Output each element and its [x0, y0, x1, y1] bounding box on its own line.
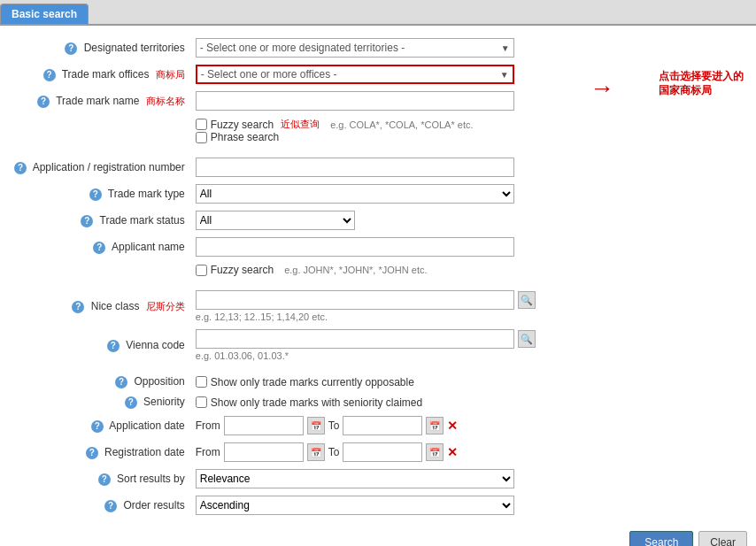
- trade-mark-offices-dropdown[interactable]: - Select one or more offices - ▼: [196, 65, 514, 84]
- vienna-code-help-icon[interactable]: ?: [107, 340, 120, 352]
- application-date-input-cell: From 📅 To 📅 ✕: [190, 412, 747, 439]
- application-date-to-input[interactable]: [343, 416, 422, 435]
- nice-class-input-cell: 🔍 e.g. 12,13; 12..15; 1,14,20 etc.: [190, 287, 747, 326]
- application-date-from-calendar-icon[interactable]: 📅: [307, 417, 325, 434]
- fuzzy-search-checkbox[interactable]: [196, 119, 207, 130]
- registration-date-label-cell: ? Registration date: [9, 439, 190, 465]
- trade-mark-offices-label-sub: 商标局: [156, 69, 185, 80]
- trade-mark-type-help-icon[interactable]: ?: [89, 188, 102, 201]
- application-number-label-cell: ? Application / registration number: [9, 154, 190, 181]
- application-date-help-icon[interactable]: ?: [91, 420, 104, 433]
- nice-class-input[interactable]: [196, 290, 514, 310]
- trade-mark-offices-label: Trade mark offices: [62, 68, 150, 81]
- registration-date-to-input[interactable]: [343, 442, 422, 462]
- order-results-help-icon[interactable]: ?: [104, 500, 117, 512]
- nice-class-example: e.g. 12,13; 12..15; 1,14,20 etc.: [196, 311, 742, 322]
- nice-class-help-icon[interactable]: ?: [72, 301, 84, 313]
- vienna-code-input-group: 🔍: [196, 329, 742, 349]
- trade-mark-status-help-icon[interactable]: ?: [81, 215, 93, 227]
- seniority-label-cell: ? Seniority: [9, 392, 190, 412]
- order-results-input-cell: Ascending Descending: [190, 492, 747, 519]
- phrase-search-checkbox[interactable]: [196, 132, 207, 143]
- vienna-code-input[interactable]: [196, 329, 514, 349]
- fuzzy-search-example: e.g. COLA*, *COLA, *COLA* etc.: [330, 119, 473, 130]
- registration-date-row: ? Registration date From 📅 To 📅 ✕: [9, 439, 747, 465]
- basic-search-tab[interactable]: Basic search: [0, 4, 89, 24]
- trade-mark-offices-placeholder: - Select one or more offices -: [201, 68, 337, 81]
- application-date-clear-button[interactable]: ✕: [447, 419, 458, 433]
- trade-mark-type-select[interactable]: All Word Figurative Combined: [196, 184, 514, 204]
- main-content: → 点击选择要进入的国家商标局 ? Designated territories…: [0, 26, 756, 546]
- search-button[interactable]: Search: [629, 531, 693, 546]
- designated-territories-help-icon[interactable]: ?: [65, 42, 77, 55]
- application-number-row: ? Application / registration number: [9, 154, 747, 181]
- registration-date-from-label: From: [196, 446, 220, 458]
- phrase-search-label: Phrase search: [211, 131, 279, 143]
- annotation-arrow: →: [590, 74, 614, 103]
- fuzzy-search-label-sub: 近似查询: [281, 118, 320, 131]
- application-date-from-input[interactable]: [224, 416, 304, 435]
- applicant-name-input[interactable]: [196, 237, 514, 257]
- registration-date-to-label: To: [328, 446, 340, 458]
- trade-mark-status-label: Trade mark status: [100, 214, 185, 227]
- application-date-label-cell: ? Application date: [9, 412, 190, 439]
- registration-date-clear-button[interactable]: ✕: [447, 445, 458, 459]
- fuzzy-search-row: Fuzzy search 近似查询 e.g. COLA*, *COLA, *CO…: [196, 118, 742, 131]
- opposition-checkbox-label: Show only trade marks currently opposabl…: [211, 376, 414, 388]
- phrase-search-row: Phrase search: [196, 131, 742, 143]
- seniority-checkbox-label: Show only trade marks with seniority cla…: [211, 396, 422, 409]
- opposition-row: ? Opposition Show only trade marks curre…: [9, 372, 747, 392]
- order-results-select[interactable]: Ascending Descending: [196, 496, 514, 515]
- trade-mark-offices-help-icon[interactable]: ?: [43, 69, 56, 81]
- trade-mark-status-select[interactable]: All Registered Pending Expired: [196, 211, 355, 230]
- sort-results-input-cell: Relevance Application date Registration …: [190, 465, 747, 492]
- designated-territories-placeholder: - Select one or more designated territor…: [200, 42, 405, 54]
- trade-mark-name-label: Trade mark name: [56, 95, 139, 107]
- sort-results-help-icon[interactable]: ?: [98, 473, 111, 486]
- vienna-code-label: Vienna code: [126, 339, 185, 351]
- opposition-checkbox-row: Show only trade marks currently opposabl…: [196, 376, 742, 388]
- seniority-checkbox-row: Show only trade marks with seniority cla…: [196, 396, 742, 409]
- vienna-code-example: e.g. 01.03.06, 01.03.*: [196, 350, 742, 361]
- registration-date-from-input[interactable]: [224, 442, 304, 462]
- application-date-to-label: To: [328, 419, 340, 432]
- application-date-to-calendar-icon[interactable]: 📅: [426, 417, 444, 434]
- application-date-label: Application date: [109, 419, 184, 432]
- fuzzy-search-label: Fuzzy search: [211, 119, 274, 131]
- registration-date-to-calendar-icon[interactable]: 📅: [426, 443, 444, 461]
- applicant-name-help-icon[interactable]: ?: [93, 242, 105, 254]
- seniority-checkbox[interactable]: [196, 396, 207, 408]
- application-number-input[interactable]: [196, 158, 514, 177]
- opposition-checkbox[interactable]: [196, 376, 207, 388]
- application-number-help-icon[interactable]: ?: [14, 162, 27, 174]
- applicant-fuzzy-cell: Fuzzy search e.g. JOHN*, *JOHN*, *JOHN e…: [190, 260, 747, 280]
- fuzzy-phrase-cell: Fuzzy search 近似查询 e.g. COLA*, *COLA, *CO…: [190, 114, 747, 147]
- designated-territories-dropdown[interactable]: - Select one or more designated territor…: [196, 38, 514, 58]
- trade-mark-name-help-icon[interactable]: ?: [37, 96, 50, 108]
- applicant-name-label-cell: ? Applicant name: [9, 234, 190, 260]
- registration-date-row-inputs: From 📅 To 📅 ✕: [196, 442, 742, 462]
- seniority-checkbox-cell: Show only trade marks with seniority cla…: [190, 392, 747, 412]
- opposition-help-icon[interactable]: ?: [115, 376, 127, 388]
- trade-mark-offices-arrow-icon: ▼: [500, 70, 509, 80]
- registration-date-help-icon[interactable]: ?: [86, 447, 98, 459]
- clear-button[interactable]: Clear: [698, 531, 747, 546]
- designated-territories-input-cell: - Select one or more designated territor…: [190, 35, 747, 61]
- registration-date-from-calendar-icon[interactable]: 📅: [307, 443, 325, 461]
- nice-class-search-icon[interactable]: 🔍: [518, 291, 536, 309]
- fuzzy-phrase-row: Fuzzy search 近似查询 e.g. COLA*, *COLA, *CO…: [9, 114, 747, 147]
- seniority-help-icon[interactable]: ?: [125, 396, 137, 409]
- sort-results-select[interactable]: Relevance Application date Registration …: [196, 469, 514, 488]
- vienna-code-search-icon[interactable]: 🔍: [518, 330, 536, 348]
- trade-mark-name-label-sub: 商标名称: [146, 96, 185, 106]
- trade-mark-name-input[interactable]: [196, 91, 514, 111]
- opposition-label: Opposition: [134, 375, 184, 388]
- order-results-label: Order results: [123, 499, 184, 511]
- sort-results-row: ? Sort results by Relevance Application …: [9, 465, 747, 492]
- nice-class-label-sub: 尼斯分类: [146, 301, 185, 311]
- applicant-name-input-cell: [190, 234, 747, 260]
- nice-class-row: ? Nice class 尼斯分类 🔍 e.g. 12,13; 12..15; …: [9, 287, 747, 326]
- applicant-fuzzy-example: e.g. JOHN*, *JOHN*, *JOHN etc.: [284, 265, 427, 275]
- applicant-fuzzy-checkbox[interactable]: [196, 265, 207, 276]
- order-results-label-cell: ? Order results: [9, 492, 190, 519]
